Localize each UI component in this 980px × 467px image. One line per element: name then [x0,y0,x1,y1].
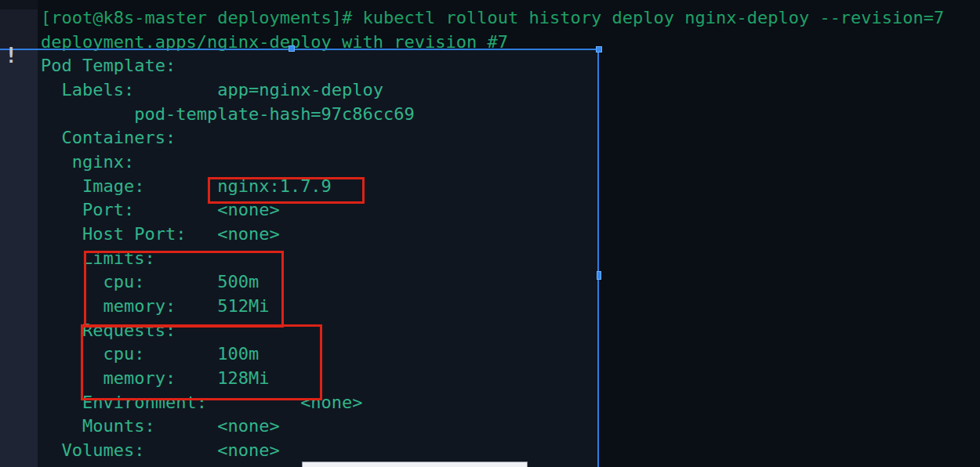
selection-handle-right[interactable] [597,271,601,280]
bottom-white-box [302,462,528,467]
highlight-box-limits [84,251,284,328]
screenshot-stage: [root@k8s-master deployments]# kubectl r… [0,0,980,467]
highlight-box-requests [81,324,322,400]
selection-handle-top[interactable] [289,45,295,52]
exclamation-mark: ! [5,44,17,67]
terminal-command-line: [root@k8s-master deployments]# kubectl r… [41,6,980,31]
selection-handle-top-right[interactable] [596,46,602,52]
highlight-box-image [208,177,365,204]
